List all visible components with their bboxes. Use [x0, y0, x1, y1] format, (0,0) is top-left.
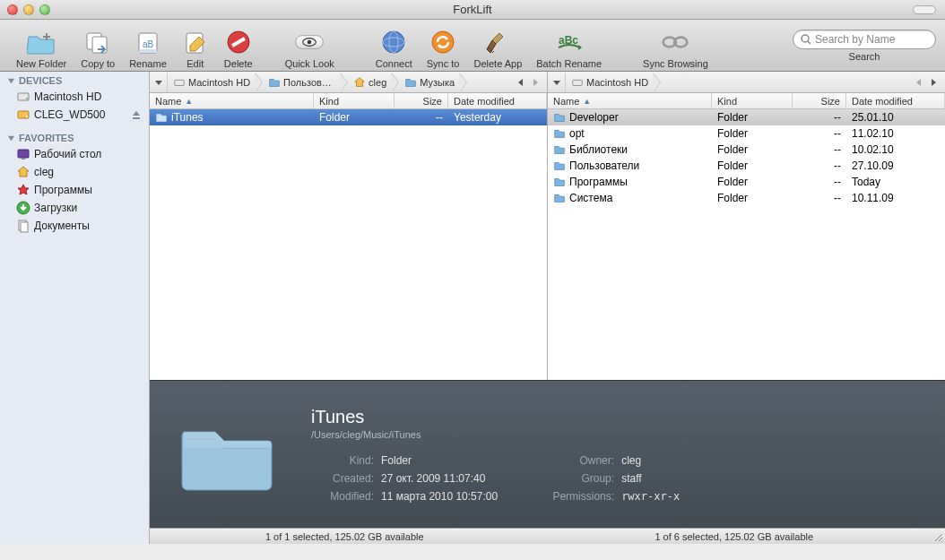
rename-button[interactable]: aB Rename [122, 22, 174, 69]
zoom-window-button[interactable] [39, 4, 50, 15]
sidebar-device-cleg-wd500[interactable]: CLEG_WD500 [0, 106, 149, 124]
search-input[interactable]: Search by Name [793, 30, 936, 49]
batch-rename-button[interactable]: aBc Batch Rename [529, 22, 609, 69]
globe-icon [379, 28, 408, 56]
cell-size: -- [793, 111, 846, 124]
sync-browsing-button[interactable]: Sync Browsing [636, 22, 715, 69]
breadcrumb-users[interactable]: Пользователи [263, 73, 348, 92]
nav-back-button[interactable] [513, 74, 527, 90]
table-row[interactable]: DeveloperFolder--25.01.10 [548, 109, 945, 125]
info-modified-value: 11 марта 2010 10:57:00 [381, 490, 498, 503]
breadcrumb-macintosh-hd[interactable]: Macintosh HD [168, 73, 263, 92]
sidebar: DEVICES Macintosh HD CLEG_WD500 FAVORITE… [0, 72, 150, 544]
sort-ascending-icon: ▲ [583, 97, 591, 106]
column-size[interactable]: Size [793, 93, 846, 108]
svg-point-23 [26, 116, 28, 117]
documents-icon [16, 219, 30, 233]
left-file-list[interactable]: iTunesFolder--Yesterday [150, 109, 547, 380]
search-wrap: Search by Name Search [793, 30, 936, 62]
connect-button[interactable]: Connect [368, 22, 420, 69]
column-date[interactable]: Date modified [448, 93, 547, 108]
folder-icon [553, 127, 566, 140]
right-file-list[interactable]: DeveloperFolder--25.01.10optFolder--11.0… [548, 109, 945, 380]
table-row[interactable]: ПрограммыFolder--Today [548, 174, 945, 190]
toolbar-toggle-pill[interactable] [913, 5, 936, 14]
edit-icon [181, 28, 210, 56]
sidebar-fav-documents[interactable]: Документы [0, 217, 149, 235]
cell-kind: Folder [712, 192, 793, 204]
nav-back-button[interactable] [911, 74, 925, 90]
column-name[interactable]: Name▲ [548, 93, 712, 108]
edit-button[interactable]: Edit [174, 22, 217, 69]
nav-forward-button[interactable] [529, 74, 543, 90]
svg-rect-29 [175, 80, 185, 85]
column-name[interactable]: Name▲ [150, 93, 314, 108]
copy-to-button[interactable]: Copy to [74, 22, 122, 69]
sidebar-fav-home[interactable]: cleg [0, 163, 149, 181]
table-row[interactable]: ПользователиFolder--27.10.09 [548, 158, 945, 174]
desktop-icon [16, 147, 30, 161]
info-path: /Users/cleg/Music/iTunes [311, 429, 918, 440]
toolbar-label: Quick Look [285, 58, 334, 69]
cell-date: 25.01.10 [846, 111, 945, 124]
sidebar-device-macintosh-hd[interactable]: Macintosh HD [0, 88, 149, 106]
traffic-lights [0, 4, 50, 15]
table-row[interactable]: БиблиотекиFolder--10.02.10 [548, 142, 945, 158]
toolbar-label: Sync to [427, 58, 460, 69]
search-icon [801, 34, 811, 45]
batch-rename-icon: aBc [555, 28, 584, 56]
copy-icon [83, 28, 112, 56]
delete-button[interactable]: Delete [217, 22, 260, 69]
panes-top: Macintosh HD Пользователи cleg Музыка [150, 72, 945, 380]
sidebar-fav-applications[interactable]: Программы [0, 181, 149, 199]
sidebar-devices-header[interactable]: DEVICES [0, 72, 149, 88]
status-left: 1 of 1 selected, 125.02 GB available [150, 529, 540, 544]
minimize-window-button[interactable] [23, 4, 34, 15]
sidebar-fav-downloads[interactable]: Загрузки [0, 199, 149, 217]
column-date[interactable]: Date modified [846, 93, 945, 108]
info-perm-label: Permissions: [551, 490, 614, 503]
quick-look-button[interactable]: Quick Look [278, 22, 342, 69]
folder-plus-icon [27, 28, 56, 56]
path-dropdown-button[interactable] [548, 73, 566, 92]
right-column-header: Name▲ Kind Size Date modified [548, 93, 945, 109]
column-kind[interactable]: Kind [712, 93, 793, 108]
hdd-icon [173, 76, 186, 89]
folder-icon [404, 76, 417, 89]
new-folder-button[interactable]: New Folder [9, 22, 74, 69]
disclosure-triangle-icon [7, 77, 15, 85]
main: DEVICES Macintosh HD CLEG_WD500 FAVORITE… [0, 72, 945, 544]
column-kind[interactable]: Kind [314, 93, 394, 108]
info-perm-value: rwxr-xr-x [621, 490, 680, 503]
table-row[interactable]: СистемаFolder--10.11.09 [548, 190, 945, 206]
folder-icon [155, 111, 168, 124]
breadcrumb-music[interactable]: Музыка [399, 73, 467, 92]
cell-name: Программы [548, 176, 712, 188]
path-nav [911, 74, 945, 90]
resize-handle[interactable] [929, 529, 945, 544]
cell-kind: Folder [712, 159, 793, 172]
table-row[interactable]: iTunesFolder--Yesterday [150, 109, 547, 125]
eject-icon[interactable] [131, 109, 142, 120]
path-dropdown-button[interactable] [150, 73, 168, 92]
close-window-button[interactable] [7, 4, 18, 15]
folder-icon [553, 111, 566, 124]
column-size[interactable]: Size [394, 93, 448, 108]
cell-date: Yesterday [448, 111, 547, 124]
nav-forward-button[interactable] [927, 74, 941, 90]
cell-date: 10.11.09 [846, 192, 945, 204]
breadcrumb-macintosh-hd[interactable]: Macintosh HD [566, 73, 661, 92]
home-icon [353, 76, 366, 89]
delete-app-button[interactable]: Delete App [466, 22, 529, 69]
home-icon [16, 165, 30, 179]
breadcrumb-cleg[interactable]: cleg [348, 73, 399, 92]
table-row[interactable]: optFolder--11.02.10 [548, 125, 945, 142]
left-pathbar: Macintosh HD Пользователи cleg Музыка [150, 72, 547, 93]
sidebar-fav-desktop[interactable]: Рабочий стол [0, 145, 149, 163]
svg-point-21 [26, 98, 28, 99]
left-column-header: Name▲ Kind Size Date modified [150, 93, 547, 109]
sync-to-button[interactable]: Sync to [420, 22, 467, 69]
cell-kind: Folder [712, 127, 793, 140]
cell-date: Today [846, 176, 945, 188]
sidebar-favorites-header[interactable]: FAVORITES [0, 129, 149, 145]
